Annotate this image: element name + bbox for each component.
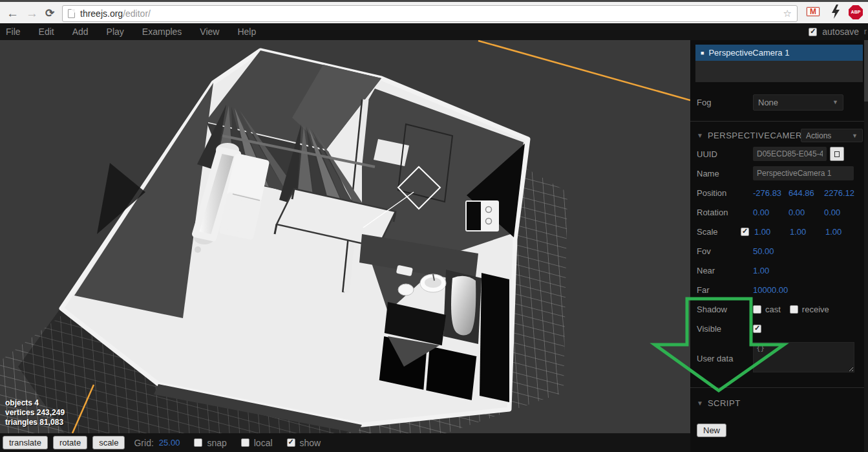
scale-row: Scale 1.00 1.00 1.00 <box>690 222 868 241</box>
lightning-extension-icon[interactable] <box>831 5 841 21</box>
local-checkbox[interactable] <box>241 438 249 447</box>
rotate-button[interactable]: rotate <box>53 436 87 449</box>
rotation-z-field[interactable]: 0.00 <box>824 208 860 217</box>
editor-menubar: File Edit Add Play Examples View Help au… <box>0 23 868 40</box>
uuid-input[interactable] <box>753 147 827 161</box>
menu-view[interactable]: View <box>191 27 228 37</box>
page-icon <box>68 9 75 18</box>
shadow-cast-label: cast <box>765 305 781 314</box>
snap-checkbox[interactable] <box>194 438 202 447</box>
collapse-arrow-icon[interactable]: ▼ <box>697 400 703 407</box>
far-row: Far 10000.00 <box>690 280 868 299</box>
rotation-y-field[interactable]: 0.00 <box>789 208 824 217</box>
adblock-plus-icon[interactable]: ABP <box>849 5 863 19</box>
userdata-textarea[interactable]: {} <box>753 342 854 372</box>
sidebar-scrollbar[interactable] <box>864 40 868 452</box>
object-panel-header: ▼ PERSPECTIVECAMER Actions▼ <box>690 122 868 144</box>
scale-z-field[interactable]: 1.00 <box>825 227 861 237</box>
outliner-item-label: PerspectiveCamera 1 <box>708 48 789 58</box>
bookmark-star-icon[interactable]: ☆ <box>783 8 792 19</box>
userdata-row: User data {} <box>690 338 868 378</box>
local-label: local <box>254 438 273 448</box>
script-new-row: New <box>690 412 868 449</box>
properties-sidebar: ■ PerspectiveCamera 1 Fog None▼ ▼ PERSPE… <box>690 40 868 452</box>
translate-button[interactable]: translate <box>3 436 48 449</box>
gmail-extension-icon[interactable]: M <box>806 6 820 17</box>
position-row: Position -276.83 644.86 2276.12 <box>690 183 868 202</box>
show-label: show <box>300 438 321 448</box>
near-row: Near 1.00 <box>690 261 868 280</box>
visible-row: Visible <box>690 319 868 338</box>
address-bar[interactable]: threejs.org/editor/ ☆ <box>62 5 798 22</box>
scene-outliner: ■ PerspectiveCamera 1 <box>695 45 863 82</box>
name-input[interactable] <box>753 166 854 180</box>
scene-render <box>0 40 690 433</box>
scale-y-field[interactable]: 1.00 <box>790 227 825 237</box>
threejs-editor-window: ← → ⟳ threejs.org/editor/ ☆ M ABP File E… <box>0 0 868 452</box>
autosave-label: autosave <box>822 27 859 37</box>
rotation-row: Rotation 0.00 0.00 0.00 <box>690 202 868 222</box>
forward-icon[interactable]: → <box>26 5 38 22</box>
viewport-3d[interactable]: objects 4 vertices 243,249 triangles 81,… <box>0 40 690 433</box>
snap-label: snap <box>207 438 226 448</box>
uuid-row: UUID <box>690 144 868 164</box>
menu-add[interactable]: Add <box>63 27 98 37</box>
scrollbar-thumb[interactable] <box>864 40 868 102</box>
rotation-label: Rotation <box>697 208 753 217</box>
visible-checkbox[interactable] <box>753 325 761 333</box>
position-z-field[interactable]: 2276.12 <box>824 188 860 198</box>
shadow-receive-label: receive <box>802 305 829 314</box>
near-label: Near <box>697 266 753 275</box>
position-y-field[interactable]: 644.86 <box>789 188 824 198</box>
chevron-down-icon: ▼ <box>852 133 858 139</box>
reload-icon[interactable]: ⟳ <box>45 5 54 22</box>
menu-edit[interactable]: Edit <box>30 27 63 37</box>
show-checkbox[interactable] <box>287 438 295 447</box>
shadow-label: Shadow <box>697 305 753 314</box>
viewport-toolbar: translate rotate scale Grid: 25.00 snap … <box>0 433 690 452</box>
url-text[interactable]: threejs.org/editor/ <box>80 8 151 19</box>
fov-field[interactable]: 50.00 <box>753 246 774 256</box>
menu-play[interactable]: Play <box>98 27 133 37</box>
near-field[interactable]: 1.00 <box>753 266 769 275</box>
fog-label: Fog <box>697 98 753 107</box>
shadow-receive-checkbox[interactable] <box>790 305 798 314</box>
scale-button[interactable]: scale <box>92 436 125 449</box>
object-panel-title: PERSPECTIVECAMER <box>708 131 802 140</box>
grid-label: Grid: <box>134 438 153 448</box>
scale-lock-checkbox[interactable] <box>741 228 749 236</box>
outliner-item-perspectivecamera[interactable]: ■ PerspectiveCamera 1 <box>695 45 863 61</box>
actions-select[interactable]: Actions▼ <box>801 129 863 142</box>
name-label: Name <box>697 169 753 178</box>
script-panel-title: SCRIPT <box>708 398 741 408</box>
uuid-label: UUID <box>697 149 753 159</box>
object-square-icon: ■ <box>701 50 704 56</box>
autosave-checkbox[interactable] <box>809 28 817 36</box>
outliner-empty-row[interactable] <box>695 61 863 77</box>
shadow-cast-checkbox[interactable] <box>753 305 761 314</box>
script-panel-header: ▼ SCRIPT <box>690 388 868 412</box>
rotation-x-field[interactable]: 0.00 <box>753 208 789 217</box>
clipped-menubar-text: r <box>864 27 867 36</box>
shadow-row: Shadow cast receive <box>690 299 868 319</box>
scale-x-field[interactable]: 1.00 <box>754 227 790 237</box>
fog-row: Fog None▼ <box>690 92 868 112</box>
userdata-label: User data <box>697 342 753 363</box>
grid-size-field[interactable]: 25.00 <box>159 438 180 447</box>
menu-examples[interactable]: Examples <box>133 27 191 37</box>
scale-label: Scale <box>697 227 741 237</box>
fov-label: Fov <box>697 246 753 256</box>
menu-file[interactable]: File <box>0 27 30 37</box>
square-icon <box>834 151 840 157</box>
fov-row: Fov 50.00 <box>690 241 868 261</box>
name-row: Name <box>690 164 868 183</box>
position-x-field[interactable]: -276.83 <box>753 188 789 198</box>
new-uuid-button[interactable] <box>830 147 844 161</box>
new-script-button[interactable]: New <box>697 424 726 437</box>
far-field[interactable]: 10000.00 <box>753 285 788 295</box>
back-icon[interactable]: ← <box>6 5 19 22</box>
position-label: Position <box>697 188 753 198</box>
fog-select[interactable]: None▼ <box>753 94 843 111</box>
collapse-arrow-icon[interactable]: ▼ <box>697 132 703 139</box>
menu-help[interactable]: Help <box>228 27 265 37</box>
